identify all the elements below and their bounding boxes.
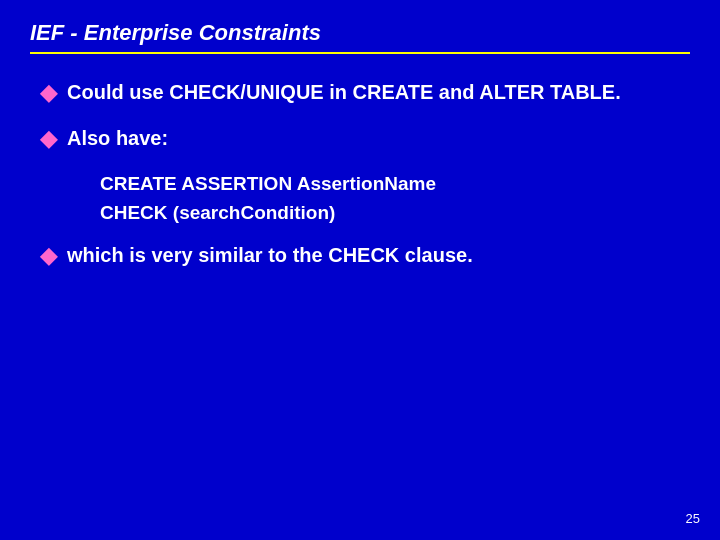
bullet-item-1: ◆ Could use CHECK/UNIQUE in CREATE and A… bbox=[40, 78, 680, 106]
bullet-diamond-1: ◆ bbox=[40, 80, 57, 106]
slide-content: ◆ Could use CHECK/UNIQUE in CREATE and A… bbox=[30, 78, 690, 269]
bullet-diamond-2: ◆ bbox=[40, 126, 57, 152]
bullet-text-1: Could use CHECK/UNIQUE in CREATE and ALT… bbox=[67, 78, 621, 106]
bullet-item-2: ◆ Also have: bbox=[40, 124, 680, 152]
slide: IEF - Enterprise Constraints ◆ Could use… bbox=[0, 0, 720, 540]
bullet-item-3: ◆ which is very similar to the CHECK cla… bbox=[40, 241, 680, 269]
bullet-text-2: Also have: bbox=[67, 124, 168, 152]
page-number: 25 bbox=[686, 511, 700, 526]
bullet-text-3: which is very similar to the CHECK claus… bbox=[67, 241, 473, 269]
code-block: CREATE ASSERTION AssertionName CHECK (se… bbox=[100, 170, 680, 227]
slide-title: IEF - Enterprise Constraints bbox=[30, 20, 321, 45]
code-line-2: CHECK (searchCondition) bbox=[100, 199, 680, 228]
code-line-1: CREATE ASSERTION AssertionName bbox=[100, 170, 680, 199]
bullet-diamond-3: ◆ bbox=[40, 243, 57, 269]
title-bar: IEF - Enterprise Constraints bbox=[30, 20, 690, 54]
